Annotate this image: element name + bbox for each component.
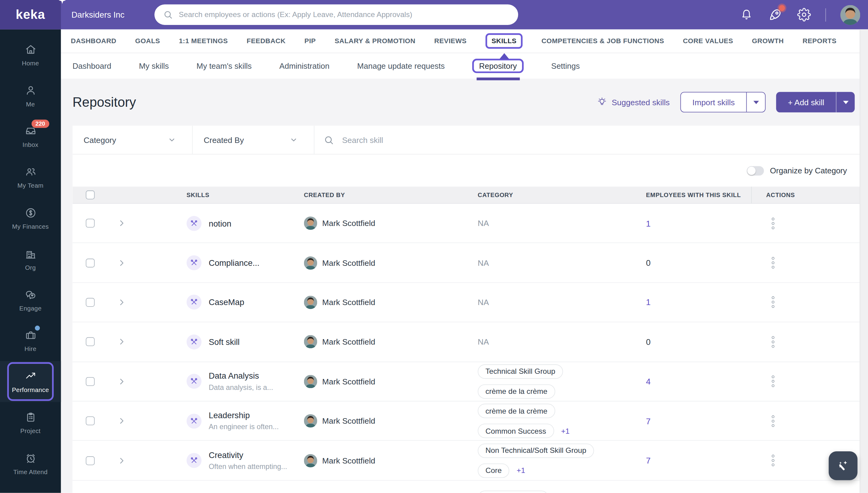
employee-count[interactable]: 1 xyxy=(646,298,751,307)
sidebar-item-project[interactable]: Project xyxy=(0,402,61,443)
company-name: Darksiders Inc xyxy=(71,10,125,19)
magic-wand-fab[interactable] xyxy=(829,451,858,480)
annotation-box xyxy=(472,59,524,73)
sidebar-item-time-attend[interactable]: Time Attend xyxy=(0,443,61,484)
skill-name: Leadership xyxy=(208,410,279,420)
employee-count[interactable]: 1 xyxy=(646,219,751,228)
sidebar-item-inbox[interactable]: Inbox220 xyxy=(0,116,61,157)
tab-reports[interactable]: REPORTS xyxy=(803,37,837,45)
row-checkbox[interactable] xyxy=(86,416,94,425)
tab-1-1-meetings[interactable]: 1:1 MEETINGS xyxy=(179,37,228,45)
col-created-by: CREATED BY xyxy=(304,192,478,198)
category-chip xyxy=(477,491,549,493)
skill-cell: notion xyxy=(187,216,304,231)
sidebar-item-my-finances[interactable]: My Finances xyxy=(0,198,61,238)
add-skill-button[interactable]: + Add skill xyxy=(776,92,854,112)
gear-icon[interactable] xyxy=(797,7,811,22)
skill-search-input[interactable] xyxy=(341,135,861,145)
subtab-my-skills[interactable]: My skills xyxy=(139,61,169,70)
global-search-input[interactable] xyxy=(178,10,509,19)
subtab-repository[interactable]: Repository xyxy=(472,59,524,73)
add-skill-dropdown[interactable] xyxy=(837,92,854,112)
tab-pip[interactable]: PIP xyxy=(304,37,316,45)
created-by-cell: Mark Scottfield xyxy=(304,256,478,270)
tab-salary-promotion[interactable]: SALARY & PROMOTION xyxy=(335,37,416,45)
tab-feedback[interactable]: FEEDBACK xyxy=(247,37,286,45)
rocket-icon[interactable] xyxy=(768,7,783,22)
more-categories-link[interactable]: +1 xyxy=(516,466,525,474)
subtab-administration[interactable]: Administration xyxy=(280,61,330,70)
repository-card: Category Created By Organize by Category… xyxy=(73,126,861,493)
expand-row-button[interactable] xyxy=(108,378,136,385)
tab-reviews[interactable]: REVIEWS xyxy=(434,37,466,45)
row-actions-menu[interactable] xyxy=(768,257,778,269)
subtab-manage-update-requests[interactable]: Manage update requests xyxy=(357,61,445,70)
select-all-checkbox[interactable] xyxy=(86,190,94,199)
category-value: NA xyxy=(477,338,646,346)
user-avatar[interactable] xyxy=(840,4,861,25)
row-actions-menu[interactable] xyxy=(768,297,778,308)
suggested-skills-link[interactable]: Suggested skills xyxy=(597,97,670,108)
row-actions-menu[interactable] xyxy=(768,455,778,466)
tab-core-values[interactable]: CORE VALUES xyxy=(683,37,733,45)
expand-row-button[interactable] xyxy=(108,298,136,306)
row-checkbox[interactable] xyxy=(86,456,94,465)
bell-icon[interactable] xyxy=(740,7,754,22)
row-checkbox[interactable] xyxy=(86,298,94,307)
row-actions-menu[interactable] xyxy=(768,415,778,427)
hire-notification-dot xyxy=(35,325,40,330)
skill-name: Compliance... xyxy=(208,258,259,267)
tab-growth[interactable]: GROWTH xyxy=(752,37,784,45)
employee-count[interactable]: 7 xyxy=(646,416,751,426)
skill-icon xyxy=(187,374,202,389)
sidebar-item-my-team[interactable]: My Team xyxy=(0,157,61,198)
expand-row-button[interactable] xyxy=(108,259,136,266)
sidebar-item-engage[interactable]: Engage xyxy=(0,279,61,320)
expand-row-button[interactable] xyxy=(108,417,136,425)
expand-row-button[interactable] xyxy=(108,219,136,227)
sidebar-item-hire[interactable]: Hire xyxy=(0,320,61,361)
row-actions-menu[interactable] xyxy=(768,376,778,387)
import-skills-button[interactable]: Import skills xyxy=(680,92,765,112)
created-by-cell: Mark Scottfield xyxy=(304,217,478,230)
employee-count[interactable]: 4 xyxy=(646,377,751,386)
row-checkbox[interactable] xyxy=(86,219,94,228)
organize-toggle[interactable] xyxy=(747,166,764,175)
expand-row-button[interactable] xyxy=(108,456,136,464)
keka-logo-spark-icon xyxy=(59,0,66,4)
tab-competencies-job-functions[interactable]: COMPETENCIES & JOB FUNCTIONS xyxy=(541,37,664,45)
created-by-filter[interactable]: Created By xyxy=(193,126,315,154)
row-checkbox[interactable] xyxy=(86,377,94,386)
scrollbar[interactable] xyxy=(860,29,868,493)
sidebar-item-home[interactable]: Home xyxy=(0,34,61,75)
sidebar-item-me[interactable]: Me xyxy=(0,75,61,116)
row-checkbox[interactable] xyxy=(86,258,94,267)
col-category: CATEGORY xyxy=(477,192,646,198)
employee-count[interactable]: 7 xyxy=(646,456,751,465)
tab-goals[interactable]: GOALS xyxy=(135,37,160,45)
expand-row-button[interactable] xyxy=(108,338,136,345)
keka-logo[interactable]: keka xyxy=(0,0,61,29)
sidebar-item-performance[interactable]: Performance xyxy=(0,361,61,402)
global-search[interactable] xyxy=(154,4,518,25)
tab-dashboard[interactable]: DASHBOARD xyxy=(71,37,116,45)
search-icon xyxy=(324,135,334,145)
created-by-cell: Mark Scottfield xyxy=(304,454,478,467)
import-skills-dropdown[interactable] xyxy=(747,92,765,112)
subtab-dashboard[interactable]: Dashboard xyxy=(73,61,111,70)
table-body: notionMark ScottfieldNA1Compliance...Mar… xyxy=(73,204,861,493)
row-checkbox[interactable] xyxy=(86,338,94,346)
row-actions-menu[interactable] xyxy=(768,336,778,348)
skill-cell: CaseMap xyxy=(187,295,304,310)
top-bar: keka Darksiders Inc xyxy=(0,0,868,29)
subtab-my-team-s-skills[interactable]: My team's skills xyxy=(196,61,251,70)
sidebar-item-org[interactable]: Org xyxy=(0,239,61,279)
subtab-settings[interactable]: Settings xyxy=(551,61,580,70)
organize-toggle-label: Organize by Category xyxy=(770,166,847,175)
top-right-icons xyxy=(740,0,861,29)
category-filter[interactable]: Category xyxy=(73,126,193,154)
skill-search[interactable] xyxy=(314,126,860,154)
more-categories-link[interactable]: +1 xyxy=(561,427,570,435)
row-actions-menu[interactable] xyxy=(768,217,778,229)
tab-skills[interactable]: SKILLS xyxy=(486,33,522,49)
